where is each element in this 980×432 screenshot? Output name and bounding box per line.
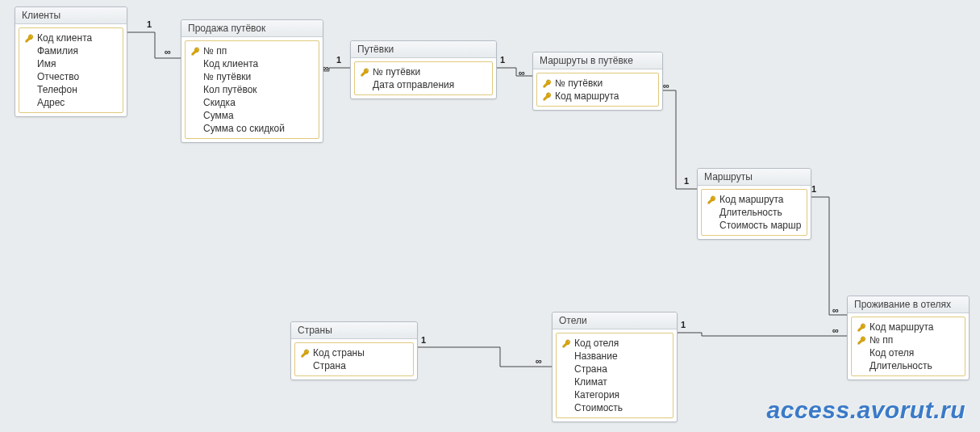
card-sales-many-2: ∞	[323, 63, 329, 73]
primary-key-icon	[857, 322, 866, 332]
field-label: Стоимость маршр	[719, 220, 801, 231]
card-hotelstays-many-1: ∞	[832, 305, 839, 315]
field-icon-spacer	[857, 348, 866, 358]
field-row[interactable]: Код клиента	[190, 57, 314, 70]
field-row[interactable]: Страна	[561, 363, 668, 375]
entity-body: № путёвкиДата отправления	[354, 61, 493, 95]
field-label: Отчество	[37, 71, 79, 82]
card-hotels-many: ∞	[536, 356, 542, 366]
field-row[interactable]: Код маршрута	[542, 90, 653, 103]
field-row[interactable]: Имя	[24, 57, 118, 70]
entity-title: Маршруты в путёвке	[533, 52, 662, 69]
primary-key-icon	[857, 335, 866, 345]
field-label: Фамилия	[37, 45, 78, 57]
card-routesintrip-many-2: ∞	[663, 81, 669, 90]
field-row[interactable]: Стоимость маршр	[707, 219, 802, 232]
watermark-text: access.avorut.ru	[767, 396, 965, 424]
entity-body: Код маршрутаДлительностьСтоимость маршр	[701, 189, 807, 236]
entity-title: Проживание в отелях	[848, 296, 969, 313]
field-icon-spacer	[190, 124, 200, 133]
field-icon-spacer	[24, 59, 34, 69]
entity-title: Клиенты	[15, 7, 127, 24]
field-row[interactable]: Код маршрута	[857, 321, 960, 333]
card-hotels-one-1: 1	[681, 320, 686, 329]
field-row[interactable]: Код страны	[300, 346, 408, 359]
field-row[interactable]: Длительность	[707, 206, 802, 219]
entity-routes[interactable]: Маршруты Код маршрутаДлительностьСтоимос…	[697, 168, 811, 240]
field-label: Страна	[313, 360, 346, 371]
entity-routes-in-trip[interactable]: Маршруты в путёвке № путёвкиКод маршрута	[532, 52, 663, 111]
field-label: Категория	[574, 389, 619, 401]
card-trips-one-1: 1	[336, 55, 341, 65]
field-row[interactable]: Длительность	[857, 359, 960, 372]
field-row[interactable]: Код маршрута	[707, 193, 802, 206]
er-diagram-canvas: 1 ∞ 1 ∞ 1 ∞ 1 ∞ 1 ∞ 1 ∞ 1 ∞ Клиенты Код …	[0, 0, 980, 432]
field-label: № путёвки	[373, 66, 420, 78]
field-row[interactable]: Скидка	[190, 96, 314, 109]
entity-countries[interactable]: Страны Код страныСтрана	[290, 321, 418, 380]
field-icon-spacer	[857, 361, 866, 371]
entity-body: № ппКод клиента№ путёвкиКол путёвокСкидк…	[185, 40, 319, 139]
card-routesintrip-many-1: ∞	[519, 68, 525, 78]
field-label: Стоимость	[574, 402, 623, 413]
field-row[interactable]: Дата отправления	[360, 78, 487, 91]
field-row[interactable]: Фамилия	[24, 44, 118, 57]
primary-key-icon	[561, 338, 571, 348]
card-clients-one: 1	[147, 19, 152, 29]
entity-hotel-stays[interactable]: Проживание в отелях Код маршрута№ ппКод …	[847, 296, 970, 380]
field-label: Адрес	[37, 97, 65, 108]
field-label: Код маршрута	[555, 90, 619, 102]
field-icon-spacer	[707, 220, 716, 230]
primary-key-icon	[360, 67, 369, 77]
field-row[interactable]: Климат	[561, 375, 668, 388]
field-icon-spacer	[561, 403, 571, 413]
field-row[interactable]: Страна	[300, 359, 408, 372]
field-row[interactable]: Название	[561, 350, 668, 363]
field-row[interactable]: Код отеля	[561, 337, 668, 350]
field-label: Скидка	[203, 97, 236, 108]
field-row[interactable]: Отчество	[24, 70, 118, 83]
field-icon-spacer	[561, 377, 571, 387]
field-icon-spacer	[561, 390, 571, 400]
field-label: Климат	[574, 376, 607, 388]
field-row[interactable]: Кол путёвок	[190, 83, 314, 96]
field-icon-spacer	[707, 208, 716, 217]
primary-key-icon	[542, 78, 552, 88]
entity-title: Страны	[291, 322, 417, 339]
field-row[interactable]: Стоимость	[561, 401, 668, 414]
entity-trips[interactable]: Путёвки № путёвкиДата отправления	[350, 40, 497, 99]
field-row[interactable]: Сумма со скидкой	[190, 122, 314, 135]
field-icon-spacer	[190, 72, 200, 82]
field-row[interactable]: Сумма	[190, 109, 314, 122]
entity-title: Отели	[553, 312, 677, 329]
field-label: Код страны	[313, 347, 365, 359]
entity-body: Код страныСтрана	[294, 342, 414, 376]
field-row[interactable]: № путёвки	[542, 77, 653, 90]
field-icon-spacer	[300, 361, 310, 371]
entity-body: Код клиентаФамилияИмяОтчествоТелефонАдре…	[19, 27, 123, 113]
field-row[interactable]: № пп	[857, 333, 960, 346]
card-trips-one-2: 1	[500, 55, 505, 65]
card-sales-many-1: ∞	[165, 47, 171, 57]
card-hotelstays-many-2: ∞	[832, 325, 839, 335]
entity-title: Продажа путёвок	[181, 20, 323, 37]
field-icon-spacer	[24, 46, 34, 56]
field-row[interactable]: № путёвки	[360, 65, 487, 78]
field-row[interactable]: Категория	[561, 388, 668, 401]
entity-clients[interactable]: Клиенты Код клиентаФамилияИмяОтчествоТел…	[15, 6, 127, 117]
entity-title: Путёвки	[351, 41, 496, 58]
card-routes-one-1: 1	[684, 176, 689, 186]
entity-sales[interactable]: Продажа путёвок № ппКод клиента№ путёвки…	[181, 19, 323, 143]
field-row[interactable]: № пп	[190, 44, 314, 57]
field-row[interactable]: Код клиента	[24, 31, 118, 44]
field-row[interactable]: Код отеля	[857, 346, 960, 359]
field-row[interactable]: Адрес	[24, 96, 118, 109]
field-label: № путёвки	[203, 71, 251, 82]
primary-key-icon	[190, 46, 200, 56]
primary-key-icon	[707, 195, 716, 204]
field-row[interactable]: Телефон	[24, 83, 118, 96]
field-row[interactable]: № путёвки	[190, 70, 314, 83]
field-icon-spacer	[561, 351, 571, 361]
entity-hotels[interactable]: Отели Код отеляНазваниеСтранаКлиматКатег…	[552, 312, 678, 422]
field-label: Код маршрута	[719, 194, 784, 205]
